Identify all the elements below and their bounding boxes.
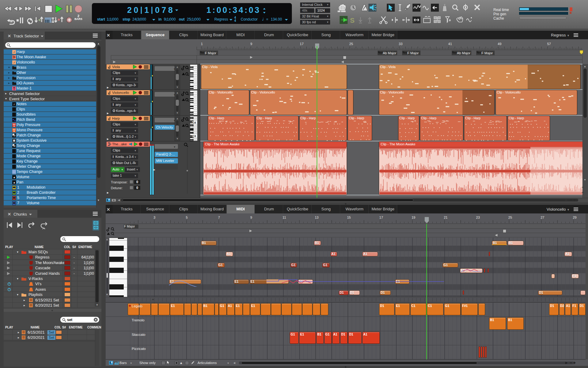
- svg-text:S: S: [350, 17, 355, 24]
